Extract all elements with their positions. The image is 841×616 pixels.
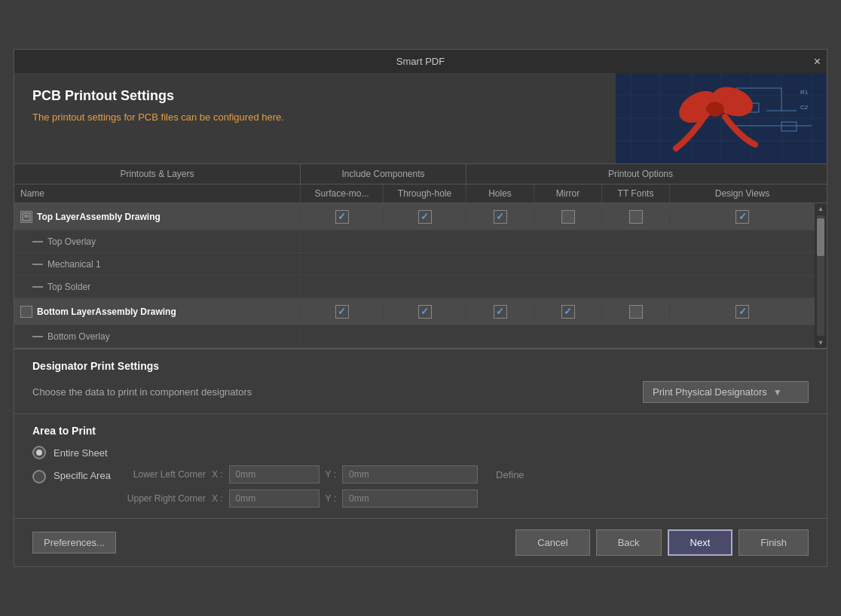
col-header-design: Design Views <box>670 184 815 203</box>
lower-left-label: Lower Left Corner <box>123 469 206 480</box>
group-header-printouts: Printouts & Layers <box>14 164 301 184</box>
lower-left-row: Lower Left Corner X : Y : Define <box>123 465 524 483</box>
header-title: PCB Printout Settings <box>32 88 598 104</box>
td-surface-1[interactable] <box>301 210 384 224</box>
td-holes-1[interactable] <box>466 210 534 224</box>
checkbox-holes-2[interactable] <box>494 305 507 319</box>
cancel-button[interactable]: Cancel <box>515 529 589 556</box>
td-mirror-2[interactable] <box>534 305 602 319</box>
x2-label: X : <box>212 493 223 504</box>
preferences-button[interactable]: Preferences... <box>32 532 116 553</box>
row-name-sub4: Bottom Overlay <box>47 331 110 342</box>
header-image: R1 C2 <box>616 73 827 163</box>
checkbox-mirror-1[interactable] <box>561 210 575 224</box>
x2-input[interactable] <box>229 489 320 508</box>
row-name-sub3: Top Solder <box>47 282 90 292</box>
designator-section: Designator Print Settings Choose the dat… <box>14 349 827 414</box>
col-header-mirror: Mirror <box>534 184 602 203</box>
specific-area-radio[interactable] <box>32 470 46 483</box>
group-header-components: Include Components <box>301 164 466 184</box>
row-icon <box>20 211 32 223</box>
td-through-2[interactable] <box>384 305 466 319</box>
scroll-up-arrow[interactable]: ▲ <box>818 203 824 214</box>
col-header-surface: Surface-mo... <box>301 184 384 203</box>
checkbox-ttfonts-2[interactable] <box>629 305 643 319</box>
col-header-ttfonts: TT Fonts <box>602 184 670 203</box>
row-name-sub2: Mechanical 1 <box>47 259 101 270</box>
checkbox-surface-2[interactable] <box>335 305 349 319</box>
table-row: Top Overlay <box>14 230 815 253</box>
header-text: PCB Printout Settings The printout setti… <box>14 73 616 163</box>
td-ttfonts-2[interactable] <box>602 305 670 319</box>
scroll-thumb[interactable] <box>817 218 824 256</box>
checkbox-through-1[interactable] <box>418 210 432 224</box>
specific-area-radio-group: Specific Area <box>32 465 111 483</box>
checkbox-through-2[interactable] <box>418 305 432 319</box>
x1-input[interactable] <box>229 465 320 483</box>
define-button[interactable]: Define <box>496 469 524 480</box>
col-header-holes: Holes <box>466 184 534 203</box>
dropdown-value: Print Physical Designators <box>653 386 767 398</box>
checkbox-holes-1[interactable] <box>494 210 507 224</box>
row-icon-2 <box>20 306 32 318</box>
y1-input[interactable] <box>342 465 478 483</box>
header-illustration: R1 C2 <box>616 73 827 163</box>
y1-label: Y : <box>326 469 336 480</box>
td-surface-2[interactable] <box>301 305 384 319</box>
table-row: Mechanical 1 <box>14 253 815 276</box>
checkbox-design-1[interactable] <box>735 210 749 224</box>
action-buttons: Cancel Back Next Finish <box>515 529 809 556</box>
td-ttfonts-1[interactable] <box>602 210 670 224</box>
finish-button[interactable]: Finish <box>739 529 809 556</box>
row-name-1: Top LayerAssembly Drawing <box>37 212 161 222</box>
designator-label: Choose the data to print in component de… <box>32 386 631 398</box>
entire-sheet-radio[interactable] <box>32 446 46 459</box>
checkbox-surface-1[interactable] <box>335 210 349 224</box>
table-section: Printouts & Layers Include Components Pr… <box>14 164 827 349</box>
bottom-bar: Preferences... Cancel Back Next Finish <box>14 519 827 566</box>
table-row: Top Solder <box>14 276 815 298</box>
col-header-name: Name <box>14 184 301 203</box>
checkbox-design-2[interactable] <box>735 305 749 319</box>
x1-label: X : <box>212 469 223 480</box>
title-bar: Smart PDF × <box>14 50 827 73</box>
specific-area-label: Specific Area <box>54 470 111 481</box>
td-mirror-1[interactable] <box>534 210 602 224</box>
back-button[interactable]: Back <box>596 529 662 556</box>
designator-dropdown[interactable]: Print Physical Designators ▼ <box>643 381 809 403</box>
next-button[interactable]: Next <box>668 529 733 556</box>
entire-sheet-label: Entire Sheet <box>54 447 108 459</box>
header-section: PCB Printout Settings The printout setti… <box>14 73 827 164</box>
row-name-2: Bottom LayerAssembly Drawing <box>37 306 176 317</box>
dropdown-arrow-icon: ▼ <box>773 387 782 398</box>
td-design-1[interactable] <box>670 210 815 224</box>
upper-right-label: Upper Right Corner <box>123 493 206 504</box>
table-row: Bottom LayerAssembly Drawing <box>14 298 815 325</box>
td-through-1[interactable] <box>384 210 466 224</box>
td-holes-2[interactable] <box>466 305 534 319</box>
dialog-title: Smart PDF <box>396 56 445 67</box>
designator-row: Choose the data to print in component de… <box>32 381 809 403</box>
vertical-scrollbar[interactable]: ▲ ▼ <box>815 203 827 348</box>
scroll-down-arrow[interactable]: ▼ <box>818 337 824 348</box>
td-design-2[interactable] <box>670 305 815 319</box>
svg-text:R1: R1 <box>800 89 809 96</box>
entire-sheet-row: Entire Sheet <box>32 446 809 459</box>
y2-input[interactable] <box>342 489 478 508</box>
close-button[interactable]: × <box>814 56 821 68</box>
col-header-through: Through-hole <box>384 184 466 203</box>
checkbox-mirror-2[interactable] <box>561 305 575 319</box>
header-subtitle: The printout settings for PCB files can … <box>32 111 598 123</box>
checkbox-ttfonts-1[interactable] <box>629 210 643 224</box>
upper-right-row: Upper Right Corner X : Y : <box>123 489 524 508</box>
row-name-sub1: Top Overlay <box>47 236 96 247</box>
table-row: Bottom Overlay <box>14 325 815 348</box>
specific-area-container: Specific Area Lower Left Corner X : Y : … <box>32 465 809 508</box>
y2-label: Y : <box>326 493 336 504</box>
scroll-track <box>817 215 824 336</box>
table-row: Top LayerAssembly Drawing <box>14 203 815 230</box>
svg-text:C2: C2 <box>800 104 809 111</box>
area-title: Area to Print <box>32 425 809 437</box>
area-section: Area to Print Entire Sheet Specific Area… <box>14 414 827 519</box>
group-header-options: Printout Options <box>466 164 815 184</box>
